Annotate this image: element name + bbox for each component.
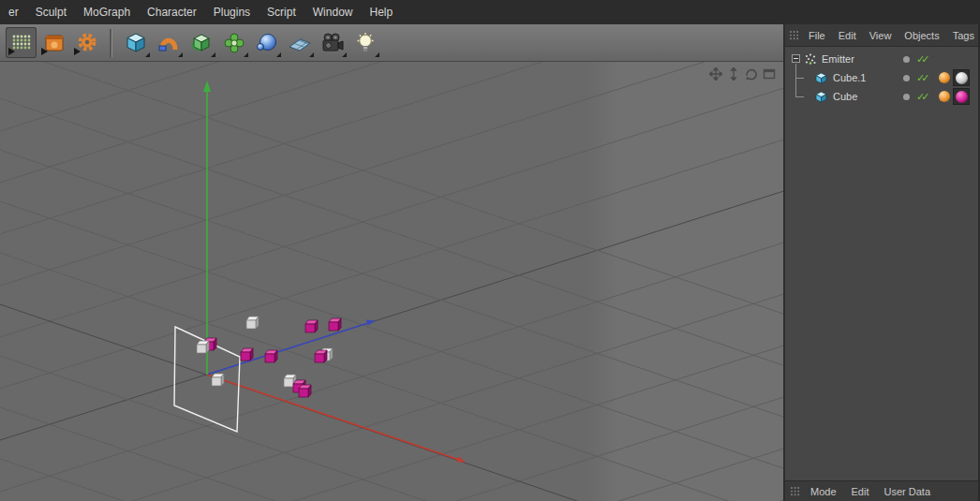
menu-bar: erSculptMoGraphCharacterPluginsScriptWin…: [0, 0, 980, 24]
object-label[interactable]: Emitter: [822, 53, 854, 65]
object-label[interactable]: Cube.1: [833, 72, 866, 83]
status-user-data[interactable]: User Data: [877, 486, 939, 497]
object-manager-menu: FileEditViewObjectsTags: [802, 30, 978, 41]
flyout-triangle-icon: [342, 52, 347, 57]
grid-line: [0, 88, 783, 337]
axis-z[interactable]: [207, 320, 376, 375]
object-manager: FileEditViewObjectsTags Emitter✓✓ Cube.1…: [783, 24, 978, 501]
metaball-icon: [255, 31, 279, 55]
grid-line: [0, 140, 783, 389]
grid-line: [0, 62, 783, 183]
tool-metaball[interactable]: [251, 27, 282, 58]
flyout-triangle-icon: [244, 52, 248, 57]
material-tag[interactable]: [953, 88, 970, 105]
deformer-bend-icon: [156, 31, 181, 55]
visibility-dot[interactable]: [903, 56, 910, 63]
tool-render-active-view[interactable]: [6, 27, 37, 58]
menu-item-er[interactable]: er: [0, 0, 27, 24]
flyout-triangle-icon: [178, 52, 183, 57]
visibility-dot[interactable]: [903, 75, 910, 81]
menu-item-script[interactable]: Script: [259, 0, 304, 24]
toolbar-tools: [0, 24, 783, 62]
om-menu-edit[interactable]: Edit: [832, 30, 863, 41]
cube-icon: [815, 72, 830, 84]
om-menu-view[interactable]: View: [863, 30, 898, 41]
tool-render-picture-viewer[interactable]: [38, 27, 69, 58]
expand-toggle[interactable]: [792, 54, 800, 63]
viewport[interactable]: [0, 62, 783, 501]
toolbar-separator: [110, 29, 112, 57]
tool-render-settings[interactable]: [71, 27, 102, 58]
flyout-triangle-icon: [211, 52, 215, 57]
phong-tag-icon[interactable]: [939, 91, 950, 102]
om-menu-file[interactable]: File: [802, 30, 832, 41]
floor-icon: [288, 31, 312, 55]
viewport-canvas[interactable]: [0, 62, 783, 501]
particle-cube[interactable]: [212, 374, 224, 386]
tool-camera[interactable]: [317, 27, 348, 58]
dolly-icon[interactable]: [727, 67, 740, 81]
emitter-icon: [804, 52, 819, 66]
axis-y[interactable]: [203, 81, 211, 375]
flyout-triangle-icon: [309, 52, 314, 57]
menu-item-character[interactable]: Character: [139, 0, 205, 24]
om-menu-objects[interactable]: Objects: [898, 30, 945, 41]
grid-line: [0, 62, 783, 286]
particle-cube[interactable]: [329, 318, 341, 331]
object-row-cube[interactable]: Cube✓✓: [785, 87, 978, 106]
tool-simulation-cube[interactable]: [186, 27, 216, 58]
grid-line: [0, 62, 783, 131]
particle-cube[interactable]: [299, 385, 311, 397]
status-edit[interactable]: Edit: [844, 486, 877, 497]
tool-light[interactable]: [349, 27, 380, 58]
object-row-cube-1[interactable]: Cube.1✓✓: [785, 68, 978, 87]
status-mode[interactable]: Mode: [803, 486, 844, 497]
flyout-triangle-icon: [276, 52, 281, 57]
enable-check-icon[interactable]: ✓: [921, 54, 929, 65]
menu-item-mograph[interactable]: MoGraph: [75, 0, 139, 24]
material-ball-icon: [956, 72, 968, 84]
grid-line: [0, 346, 783, 501]
material-tag[interactable]: [953, 69, 970, 86]
grid-line: [0, 150, 783, 417]
status-grip-icon[interactable]: [790, 486, 801, 497]
menu-item-plugins[interactable]: Plugins: [205, 0, 259, 24]
light-icon: [353, 31, 378, 55]
maximize-icon[interactable]: [763, 67, 776, 81]
menu-item-help[interactable]: Help: [361, 0, 401, 24]
grid-line: [0, 62, 783, 234]
tool-deformer-bend[interactable]: [153, 27, 184, 58]
tool-floor[interactable]: [284, 27, 315, 58]
axis-x[interactable]: [207, 375, 466, 463]
enable-check-icon[interactable]: ✓: [921, 73, 929, 83]
play-triangle-icon: [74, 48, 81, 55]
grid-line: [0, 397, 783, 501]
particle-cube[interactable]: [246, 317, 259, 329]
object-label[interactable]: Cube: [833, 91, 857, 102]
object-row-emitter[interactable]: Emitter✓✓: [785, 50, 978, 68]
orbit-icon[interactable]: [745, 67, 758, 81]
menu-item-sculpt[interactable]: Sculpt: [27, 0, 75, 24]
material-ball-icon: [956, 91, 968, 103]
viewport-nav: [709, 67, 776, 81]
tool-primitive-cube[interactable]: [120, 27, 151, 58]
grid-line: [0, 191, 783, 440]
menu-item-window[interactable]: Window: [304, 0, 362, 24]
om-menu-tags[interactable]: Tags: [946, 30, 978, 41]
particle-cube[interactable]: [315, 350, 327, 362]
play-triangle-icon: [41, 48, 48, 55]
enable-check-icon[interactable]: ✓: [921, 92, 929, 102]
primitive-cube-icon: [124, 31, 148, 55]
particle-cube[interactable]: [305, 320, 318, 332]
visibility-dot[interactable]: [903, 94, 910, 100]
particle-cube[interactable]: [265, 350, 277, 362]
phong-tag-icon[interactable]: [939, 72, 950, 83]
status-bar: ModeEditUser Data: [785, 480, 978, 501]
tool-mograph-cloner[interactable]: [218, 27, 249, 58]
main-area: FileEditViewObjectsTags Emitter✓✓ Cube.1…: [0, 24, 980, 501]
grid-line: [0, 243, 783, 492]
pan-icon[interactable]: [709, 67, 722, 81]
particle-cube[interactable]: [241, 348, 253, 361]
panel-grip-icon[interactable]: [789, 30, 800, 41]
particle-cube[interactable]: [197, 341, 209, 353]
